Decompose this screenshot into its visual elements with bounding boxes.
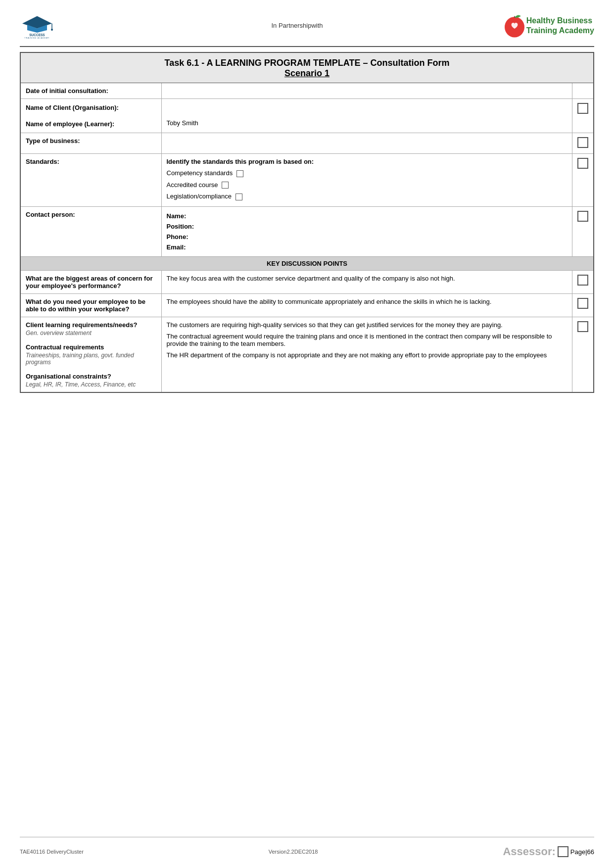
assessor-label: Assessor: bbox=[503, 845, 555, 858]
page-header: SUCCESS TRAINING ACADEMY In Partnershipw… bbox=[20, 10, 594, 47]
main-form-table: Task 6.1 - A LEARNING PROGRAM TEMPLATE –… bbox=[20, 52, 594, 393]
biggest-areas-label: What are the biggest areas of concern fo… bbox=[20, 270, 161, 293]
employee-value: Toby Smith bbox=[167, 119, 198, 127]
client-learning-content[interactable]: The customers are requiring high-quality… bbox=[161, 317, 572, 392]
contact-checkbox[interactable] bbox=[577, 211, 588, 222]
biggest-areas-row: What are the biggest areas of concern fo… bbox=[20, 270, 594, 293]
legislation-checkbox[interactable] bbox=[236, 193, 242, 200]
need-employee-value[interactable]: The employees should have the ability to… bbox=[161, 293, 572, 317]
client-learning-label: Client learning requirements/needs? bbox=[26, 321, 156, 329]
employee-value-cell[interactable]: Toby Smith bbox=[161, 99, 572, 133]
contact-name-item: Name: bbox=[167, 212, 567, 220]
accredited-checkbox[interactable] bbox=[222, 182, 229, 189]
partnership-text: In Partnershipwith bbox=[109, 22, 485, 29]
competency-item: Competency standards bbox=[167, 169, 567, 177]
contact-position-item: Position: bbox=[167, 223, 567, 230]
date-value[interactable] bbox=[161, 83, 572, 99]
standards-checkbox[interactable] bbox=[577, 158, 588, 169]
contact-phone-item: Phone: bbox=[167, 233, 567, 241]
page-footer: TAE40116 DeliveryCluster Version2.2DEC20… bbox=[20, 837, 594, 858]
client-name-row: Name of Client (Organisation): Name of e… bbox=[20, 99, 594, 133]
standards-checkbox-cell bbox=[572, 154, 594, 207]
client-learning-checkbox-cell bbox=[572, 317, 594, 392]
client-learning-row: Client learning requirements/needs? Gen.… bbox=[20, 317, 594, 392]
business-type-value[interactable] bbox=[161, 133, 572, 154]
key-discussion-label: KEY DISCUSSION POINTS bbox=[20, 256, 594, 270]
client-value-3: The HR department of the company is not … bbox=[167, 351, 567, 359]
need-employee-checkbox-cell bbox=[572, 293, 594, 317]
assessor-checkbox[interactable] bbox=[558, 846, 568, 857]
footer-right: Assessor: Page|66 bbox=[503, 845, 594, 858]
title-row: Task 6.1 - A LEARNING PROGRAM TEMPLATE –… bbox=[20, 52, 594, 83]
biggest-areas-checkbox-cell bbox=[572, 270, 594, 293]
contact-row: Contact person: Name: Position: Phone: E… bbox=[20, 206, 594, 256]
date-label: Date of initial consultation: bbox=[20, 83, 161, 99]
contact-content: Name: Position: Phone: Email: bbox=[161, 206, 572, 256]
business-type-row: Type of business: bbox=[20, 133, 594, 154]
org-label: Name of Client (Organisation): bbox=[26, 104, 156, 111]
date-row: Date of initial consultation: bbox=[20, 83, 594, 99]
contact-checkbox-cell bbox=[572, 206, 594, 256]
client-value-1: The customers are requiring high-quality… bbox=[167, 321, 567, 329]
contact-label: Contact person: bbox=[20, 206, 161, 256]
standards-content: Identify the standards this program is b… bbox=[161, 154, 572, 207]
client-labels: Name of Client (Organisation): Name of e… bbox=[20, 99, 161, 133]
footer-left: TAE40116 DeliveryCluster bbox=[20, 849, 84, 855]
client-learning-labels: Client learning requirements/needs? Gen.… bbox=[20, 317, 161, 392]
biggest-areas-checkbox[interactable] bbox=[577, 275, 588, 286]
client-learning-checkbox[interactable] bbox=[577, 321, 588, 332]
footer-center: Version2.2DEC2018 bbox=[269, 849, 318, 855]
svg-text:TRAINING ACADEMY: TRAINING ACADEMY bbox=[25, 37, 50, 39]
hb-title-line1: Healthy Business bbox=[526, 16, 594, 25]
hb-logo: Healthy Business Training Academy bbox=[485, 13, 594, 39]
biggest-areas-value[interactable]: The key focus area with the customer ser… bbox=[161, 270, 572, 293]
contractual-label: Contractual requirements bbox=[26, 343, 156, 351]
organisational-label: Organisational constraints? bbox=[26, 373, 156, 380]
legislation-item: Legislation/compliance bbox=[167, 193, 567, 200]
date-checkbox-cell bbox=[572, 83, 594, 99]
need-employee-row: What do you need your employee to be abl… bbox=[20, 293, 594, 317]
svg-marker-0 bbox=[22, 16, 52, 29]
standards-identify: Identify the standards this program is b… bbox=[167, 158, 567, 165]
success-logo: SUCCESS TRAINING ACADEMY bbox=[20, 10, 109, 41]
document-title: Task 6.1 - A LEARNING PROGRAM TEMPLATE –… bbox=[26, 58, 588, 68]
client-value-2: The contractual agreement would require … bbox=[167, 333, 567, 347]
need-employee-label: What do you need your employee to be abl… bbox=[20, 293, 161, 317]
business-checkbox-cell bbox=[572, 133, 594, 154]
client-checkbox-cell bbox=[572, 99, 594, 133]
key-discussion-header: KEY DISCUSSION POINTS bbox=[20, 256, 594, 270]
contractual-italic: Traineeships, training plans, govt. fund… bbox=[26, 352, 156, 366]
accredited-item: Accredited course bbox=[167, 181, 567, 189]
client-learning-italic: Gen. overview statement bbox=[26, 330, 156, 337]
standards-row: Standards: Identify the standards this p… bbox=[20, 154, 594, 207]
business-type-label: Type of business: bbox=[20, 133, 161, 154]
need-employee-checkbox[interactable] bbox=[577, 298, 588, 309]
contact-email-item: Email: bbox=[167, 243, 567, 251]
employee-label: Name of employee (Learner): bbox=[26, 120, 156, 128]
hb-title-line2: Training Academy bbox=[526, 26, 594, 35]
document-subtitle: Scenario 1 bbox=[26, 68, 588, 79]
page-number: Page|66 bbox=[570, 848, 594, 856]
competency-checkbox[interactable] bbox=[236, 170, 243, 177]
standards-label: Standards: bbox=[20, 154, 161, 207]
client-checkbox[interactable] bbox=[577, 103, 588, 114]
organisational-italic: Legal, HR, IR, Time, Access, Finance, et… bbox=[26, 381, 156, 388]
business-checkbox[interactable] bbox=[577, 137, 588, 148]
svg-text:SUCCESS: SUCCESS bbox=[29, 33, 45, 37]
svg-point-3 bbox=[51, 29, 53, 31]
